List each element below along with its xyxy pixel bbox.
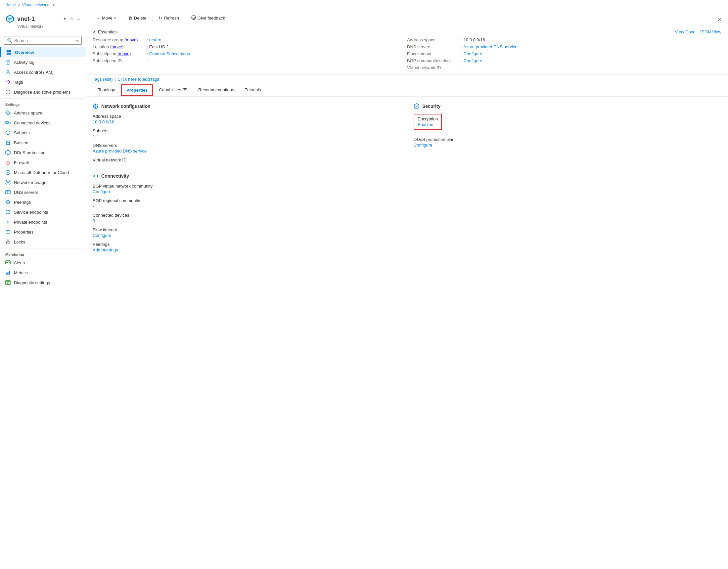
properties-icon [5,229,11,235]
ddos-icon [5,150,11,155]
connectivity-heading: Connectivity [93,173,721,179]
rg-move-link[interactable]: move [126,37,136,42]
refresh-icon: ↻ [159,16,162,21]
sidebar-item-diagnose[interactable]: Diagnose and solve problems [0,87,86,97]
rg-value[interactable]: test-rg [149,37,161,42]
ddos-configure-link[interactable]: Configure [414,143,432,148]
sidebar-item-address-space[interactable]: Address space [0,108,86,118]
more-icon[interactable]: ··· [76,16,80,22]
sidebar-item-bastion[interactable]: Bastion [0,138,86,148]
essentials-title[interactable]: ∧ Essentials [93,29,117,34]
pin-icon[interactable]: ✦ [63,16,67,22]
sidebar-label-bastion: Bastion [14,140,28,145]
sidebar-item-subnets[interactable]: Subnets [0,128,86,138]
sidebar-item-locks[interactable]: Locks [0,237,86,247]
conn-peerings: Peerings Add peerings [93,242,721,252]
search-box: 🔍 « [4,36,82,45]
sidebar-label-overview: Overview [15,50,34,55]
tab-properties[interactable]: Properties [121,84,153,96]
tab-recommendations[interactable]: Recommendations [193,84,239,96]
sidebar-item-diag-settings[interactable]: Diagnostic settings [0,278,86,287]
metrics-icon [5,270,11,275]
dns-value[interactable]: Azure provided DNS service [463,44,517,49]
flow-configure[interactable]: Configure [464,51,482,56]
chevron-up-icon: ∧ [93,29,96,34]
network-config-heading: Network configuration [93,103,394,109]
sidebar-item-metrics[interactable]: Metrics [0,268,86,278]
sidebar-item-tags[interactable]: Tags [0,77,86,87]
sidebar-item-overview[interactable]: Overview [0,47,86,57]
location-move-link[interactable]: move [112,44,122,49]
bgp-configure[interactable]: Configure [464,58,482,63]
sidebar-item-network-mgr[interactable]: Network manager [0,177,86,187]
flow-timeout-configure[interactable]: Configure [93,233,111,238]
bgp-community-configure[interactable]: Configure [93,189,111,194]
tags-edit-link[interactable]: Tags (edit) [93,77,113,82]
sidebar-item-ddos[interactable]: DDoS protection [0,148,86,157]
tags-add-link[interactable]: Click here to add tags [117,77,159,82]
sidebar-item-activity-log[interactable]: Activity log [0,57,86,67]
breadcrumb-home[interactable]: Home [5,3,16,7]
sidebar-item-firewall[interactable]: Firewall [0,157,86,167]
network-config-section: Network configuration Address space 10.0… [93,103,407,166]
collapse-icon[interactable]: « [76,38,79,43]
sidebar-item-iam[interactable]: Access control (IAM) [0,67,86,77]
svg-point-13 [7,70,9,72]
move-button[interactable]: → Move ▾ [93,14,119,22]
svg-line-33 [9,181,9,182]
svg-point-66 [194,17,195,18]
feedback-button[interactable]: Give feedback [188,14,228,22]
sidebar-item-service-endpoints[interactable]: Service endpoints [0,207,86,217]
peerings-icon [5,199,11,205]
sidebar-label-properties: Properties [14,230,33,235]
sidebar-item-alerts[interactable]: Alerts [0,258,86,268]
sidebar-label-tags: Tags [14,80,23,85]
essentials-vnetid-row: Virtual network ID : [407,64,721,71]
sidebar-item-defender[interactable]: Microsoft Defender for Cloud [0,167,86,177]
svg-rect-57 [6,273,7,275]
encryption-link[interactable]: Enabled [418,122,433,127]
view-cost-link[interactable]: View Cost [675,29,694,34]
sidebar-item-peerings[interactable]: Peerings [0,197,86,207]
breadcrumb-virtual-networks[interactable]: Virtual networks [22,3,50,7]
subnets-link[interactable]: 1 [93,134,95,139]
toolbar-sep-3 [185,15,185,22]
network-config-icon [93,103,99,109]
search-icon: 🔍 [7,38,12,43]
address-space-link[interactable]: 10.0.0.0/16 [93,119,114,124]
sidebar-item-private-endpoints[interactable]: Private endpoints [0,217,86,227]
add-peerings-link[interactable]: Add peerings [93,247,118,252]
close-button[interactable]: ✕ [717,17,721,23]
tab-tutorials[interactable]: Tutorials [239,84,266,96]
sidebar-item-properties[interactable]: Properties [0,227,86,237]
firewall-icon [5,160,11,165]
prop-encryption: Encryption Enabled [414,114,721,133]
delete-icon: 🗑 [128,16,132,21]
service-endpoints-icon [5,209,11,215]
connected-devices-link[interactable]: 0 [93,218,95,223]
search-input[interactable] [14,38,74,43]
sidebar-label-activity: Activity log [14,60,34,65]
address-icon [5,110,11,115]
tab-capabilities[interactable]: Capabilities (5) [154,84,193,96]
delete-button[interactable]: 🗑 Delete [125,14,150,22]
sub-move-link[interactable]: move [119,51,129,56]
svg-line-35 [9,183,9,183]
sidebar-item-dns[interactable]: DNS servers [0,187,86,197]
star-icon[interactable]: ☆ [69,16,74,22]
sub-value[interactable]: Contoso Subscription [149,51,190,56]
svg-line-55 [7,262,8,263]
refresh-button[interactable]: ↻ Refresh [155,14,182,22]
connectivity-title: Connectivity [101,173,129,179]
prop-dns-servers: DNS servers Azure provided DNS service [93,143,394,153]
tab-topology[interactable]: Topology [93,84,120,96]
essentials-grid: Resource group (move) : test-rg Location… [86,36,728,74]
json-view-link[interactable]: JSON View [700,29,721,34]
essentials-header: ∧ Essentials View Cost JSON View [86,26,728,36]
dns-servers-link[interactable]: Azure provided DNS service [93,149,147,153]
settings-section-label: Settings [0,98,86,108]
defender-icon [5,170,11,175]
sidebar-item-connected-devices[interactable]: Connected devices [0,118,86,128]
network-config-title: Network configuration [101,104,151,109]
sidebar-label-locks: Locks [14,240,25,244]
